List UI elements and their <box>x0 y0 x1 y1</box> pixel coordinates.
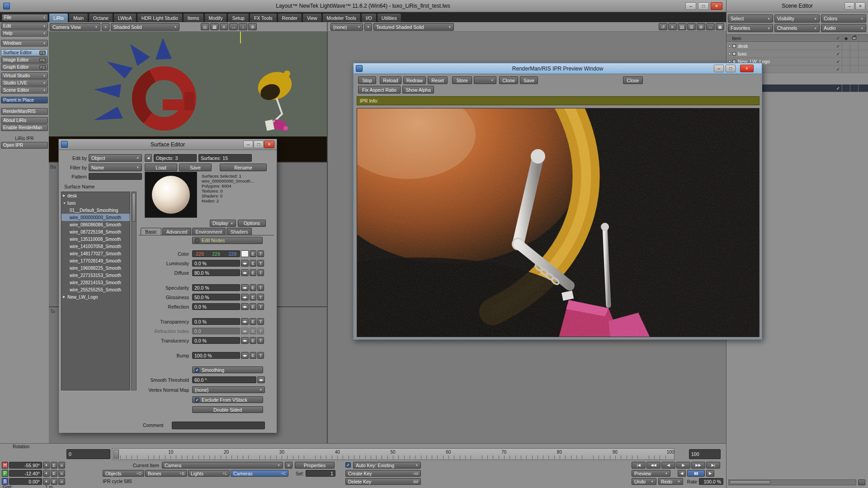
sidebar-item-renderman-ris[interactable]: RenderMan/RIS <box>1 108 48 115</box>
right-view-options-icon[interactable]: ▼ <box>364 23 372 31</box>
right-shading-mode-dropdown[interactable]: Textured Shaded Solid <box>373 23 454 31</box>
tab-fx-tools[interactable]: FX Tools <box>250 13 277 22</box>
texture-button[interactable]: T <box>257 294 264 300</box>
select-cameras-button[interactable]: Cameras+C <box>231 470 288 477</box>
tab-modeler-tools[interactable]: Modeler Tools <box>322 13 361 22</box>
zoom-icon[interactable]: ⊕ <box>248 23 257 30</box>
tab-main[interactable]: Main <box>69 13 88 22</box>
store-button[interactable]: Store <box>452 76 472 84</box>
tab-view[interactable]: View <box>302 13 322 22</box>
item-color-cell[interactable] <box>858 66 866 73</box>
color-envelope-button[interactable]: E <box>250 250 256 257</box>
item-visibility-cell[interactable] <box>842 50 850 57</box>
tab-hdr-light-studio[interactable]: HDR Light Studio <box>137 13 183 22</box>
colors-menu[interactable]: Colors <box>821 14 866 23</box>
scene-item-row[interactable]: luxo ✓ <box>726 50 868 58</box>
axis-h-value-field[interactable]: -55.90° <box>9 462 42 469</box>
glossiness-field[interactable]: 50.0 % <box>192 294 240 300</box>
surface-row[interactable]: wire_227153153_Smooth <box>61 272 130 279</box>
edit-nodes-button[interactable]: Edit Nodes <box>192 237 263 244</box>
rotate-view-icon[interactable]: ↺ <box>659 23 667 30</box>
specularity-field[interactable]: 20.0 % <box>192 284 240 291</box>
mini-slider-icon[interactable]: ◀▶ <box>241 294 249 300</box>
axis-p-modifier-button[interactable]: ≡ <box>58 470 65 477</box>
texture-button[interactable]: T <box>257 260 264 267</box>
windows-menu[interactable]: Windows <box>1 40 48 47</box>
show-alpha-button[interactable]: Show Alpha <box>402 86 434 94</box>
sidebar-item-parent-in-place[interactable]: Parent in Place <box>1 97 48 103</box>
last-frame-field[interactable]: 100 <box>689 449 721 459</box>
item-lock-cell[interactable] <box>850 84 858 92</box>
translucency-field[interactable]: 0.0 % <box>192 337 240 344</box>
select-objects-button[interactable]: Objects+O <box>103 470 144 477</box>
sidebar-item-enable-renderman[interactable]: Enable RenderMan <box>1 124 48 131</box>
delete-key-button[interactable]: Delete Keydel <box>345 478 421 485</box>
ipr-render-view[interactable] <box>357 108 760 337</box>
transparency-field[interactable]: 0.0 % <box>192 318 240 325</box>
right-view-mode-dropdown[interactable]: (none) <box>330 23 363 31</box>
axis-b-slider-icon[interactable]: ▼ <box>43 478 50 485</box>
close-icon[interactable]: × <box>855 2 865 10</box>
prev-keyframe-button[interactable]: ◀◀ <box>646 462 660 469</box>
reload-button[interactable]: Reload <box>380 76 401 84</box>
surface-row[interactable]: wire_196088225_Smooth <box>61 264 130 272</box>
item-check-icon[interactable]: ✓ <box>835 44 842 49</box>
reset-button[interactable]: Reset <box>428 76 448 84</box>
tab-utilities[interactable]: Utilities <box>377 13 401 22</box>
close-icon[interactable]: × <box>264 141 274 148</box>
options-button[interactable]: Options <box>238 220 266 227</box>
redo-button[interactable]: Redo <box>658 478 683 485</box>
current-item-dropdown[interactable]: Camera <box>162 462 283 469</box>
item-visibility-cell[interactable] <box>842 42 850 50</box>
item-check-icon[interactable]: ✓ <box>835 86 842 91</box>
surface-preview[interactable] <box>145 172 197 218</box>
first-frame-field[interactable]: 0 <box>66 449 110 459</box>
surface-row[interactable]: wire_148177027_Smooth <box>61 250 130 257</box>
grid-icon[interactable]: ▦ <box>210 23 219 30</box>
exclude-vstack-toggle[interactable]: ✓Exclude From VStack <box>192 396 263 403</box>
tab-shaders[interactable]: Shaders <box>226 228 252 235</box>
axis-h-modifier-button[interactable]: ≡ <box>58 462 65 469</box>
tab-environment[interactable]: Environment <box>192 228 226 235</box>
smooth-threshold-field[interactable]: 60.0 ° <box>192 376 256 383</box>
mini-slider-icon[interactable]: ◀▶ <box>241 260 249 267</box>
envelope-button[interactable]: E <box>250 318 256 325</box>
file-menu[interactable]: File <box>2 14 48 21</box>
pattern-input[interactable] <box>89 173 142 180</box>
item-visibility-cell[interactable] <box>842 84 850 92</box>
maximize-view-icon[interactable]: ▣ <box>716 23 724 30</box>
frame-slider-handle[interactable] <box>113 450 119 459</box>
axis-p-slider-icon[interactable]: ▼ <box>43 470 50 477</box>
diffuse-field[interactable]: 80.0 % <box>192 269 240 276</box>
help-menu[interactable]: Help <box>1 30 48 37</box>
go-to-end-button[interactable]: ▶| <box>706 462 720 469</box>
texture-button[interactable]: T <box>257 352 264 359</box>
scene-item-row[interactable]: desk ✓ <box>726 42 868 50</box>
surface-editor-titlebar[interactable]: Surface Editor – □ × <box>59 139 277 150</box>
axis-p-envelope-button[interactable]: E <box>51 470 57 477</box>
stop-button[interactable]: Stop <box>358 76 376 84</box>
sidebar-item-virtual-studio[interactable]: Virtual Studio <box>1 72 48 79</box>
view-mode-dropdown[interactable]: Camera View <box>50 23 100 31</box>
smoothing-toggle[interactable]: ✓Smoothing <box>192 366 263 373</box>
scrollbar-handle[interactable] <box>730 480 770 484</box>
mini-slider-icon[interactable]: ◀▶ <box>241 318 249 325</box>
visibility-menu[interactable]: Visibility <box>774 14 820 23</box>
tab-io[interactable]: I/O <box>361 13 377 22</box>
mini-slider-icon[interactable]: ◀▶ <box>241 352 249 359</box>
display-dropdown[interactable]: Display <box>210 220 236 227</box>
redraw-button[interactable]: Redraw <box>403 76 426 84</box>
item-color-cell[interactable] <box>858 42 866 50</box>
surface-group-row[interactable]: ▶New_LW_Logo <box>61 293 130 300</box>
properties-button[interactable]: Properties <box>295 462 335 469</box>
tab-octane[interactable]: Octane <box>89 13 113 22</box>
mini-slider-icon[interactable]: ◀▶ <box>241 269 249 276</box>
target-icon[interactable]: ⊕ <box>697 23 705 30</box>
edit-menu[interactable]: Edit <box>1 23 48 29</box>
envelope-button[interactable]: E <box>250 352 256 359</box>
minimize-icon[interactable]: – <box>685 2 696 10</box>
save-button[interactable]: Save <box>179 164 212 171</box>
envelope-button[interactable]: E <box>250 260 256 267</box>
item-lock-cell[interactable] <box>850 66 858 73</box>
minimize-icon[interactable]: – <box>714 65 724 72</box>
